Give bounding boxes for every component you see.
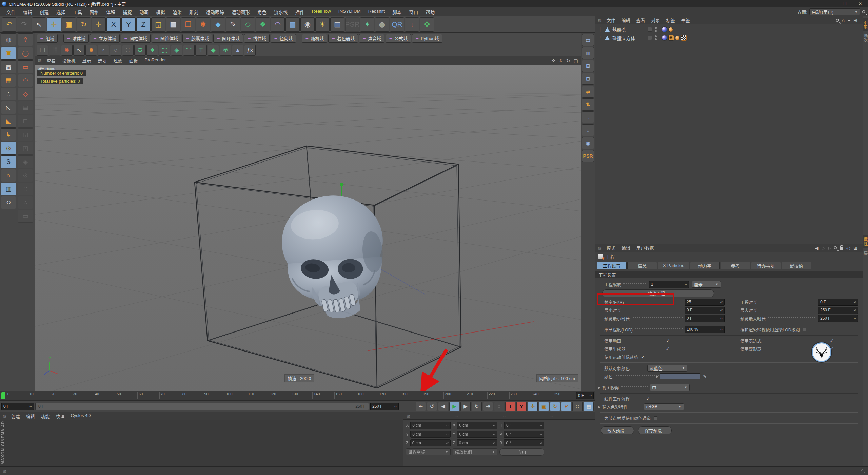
history-forward-icon[interactable]: ▷ <box>822 245 825 251</box>
spinner-icon[interactable]: ▴▾ <box>394 405 397 407</box>
material-list-area[interactable]: MAXON CINEMA 4D <box>0 420 403 466</box>
tool-disabled-5-icon[interactable]: ◈ <box>18 155 33 168</box>
tool-disabled-3-icon[interactable]: ◱ <box>18 128 33 141</box>
live-selection-icon[interactable]: ↖ <box>32 17 46 32</box>
ghost-button[interactable]: ◌ <box>494 402 504 411</box>
xp-select-icon[interactable]: ↖ <box>73 45 85 56</box>
preview-min-field[interactable]: 0 F ▴▾ <box>685 315 725 322</box>
xgroup-horizontal-icon[interactable]: ▥ <box>582 47 594 59</box>
attribute-menu-item[interactable]: 模式 <box>603 245 618 251</box>
load-preset-button[interactable]: 载入预设... <box>601 426 634 434</box>
object-manager-menu-item[interactable]: 书签 <box>678 17 693 23</box>
material-menu-item[interactable]: Cycles 4D <box>67 413 94 419</box>
floor-icon[interactable]: ▤ <box>285 17 300 32</box>
xp-cube-trail-icon[interactable]: ◆ <box>208 45 219 56</box>
menu-item[interactable]: Redshift <box>364 8 389 15</box>
key-scale-button[interactable]: ▣ <box>539 402 549 411</box>
object-manager-menu-item[interactable]: 查看 <box>633 17 648 23</box>
psr-node-icon[interactable]: PSR <box>582 150 594 162</box>
spinner-icon[interactable]: ▴▾ <box>493 424 495 426</box>
subdivision-surface-icon[interactable]: ◇ <box>241 17 255 32</box>
apply-button[interactable]: 应用 <box>499 448 544 456</box>
visibility-dots[interactable] <box>655 35 657 40</box>
position-field[interactable]: 0 cm ▴▾ <box>410 439 451 446</box>
tool-disabled-1-icon[interactable]: ▤ <box>18 101 33 114</box>
menu-item[interactable]: 窗口 <box>405 8 422 15</box>
lock-y-axis-icon[interactable]: Y <box>121 17 136 32</box>
end-frame-field[interactable]: 250 F ▴▾ <box>370 403 399 410</box>
frame-range-slider[interactable]: 0 F 250 F <box>35 403 369 410</box>
expand-triangle-icon[interactable]: ▶ <box>598 405 602 409</box>
menu-item[interactable]: 流水线 <box>270 8 292 15</box>
autokey-button[interactable]: ? <box>516 402 527 411</box>
shader-field-button[interactable]: ▰ 着色器域 <box>328 34 358 43</box>
menu-item[interactable]: 雕刻 <box>185 8 202 15</box>
spinner-icon[interactable]: ▴▾ <box>446 433 449 435</box>
next-key-button[interactable]: ↻ <box>472 402 482 411</box>
object-manager-menu-item[interactable]: 文件 <box>603 17 618 23</box>
flow-down-icon[interactable]: ↓ <box>582 124 594 136</box>
xp-sphere-points-icon[interactable]: ✪ <box>134 45 146 56</box>
use-generators-check[interactable]: ✓ <box>666 346 670 352</box>
spinner-icon[interactable]: ▴▾ <box>854 317 856 319</box>
viewport-menu-item[interactable]: 显示 <box>79 57 94 64</box>
phong-tag-icon[interactable] <box>675 36 680 40</box>
prev-key-button[interactable]: ↺ <box>427 402 437 411</box>
capsule-field-button[interactable]: ▰ 胶囊体域 <box>182 34 212 43</box>
pen-spline-icon[interactable]: ✎ <box>226 17 240 32</box>
menu-item[interactable]: 渲染 <box>169 8 185 15</box>
formula-field-button[interactable]: ▰ 公式域 <box>386 34 411 43</box>
spinner-icon[interactable]: ▴▾ <box>493 442 495 444</box>
magnet-icon[interactable]: ∩ <box>1 169 16 182</box>
spinner-icon[interactable]: ▴▾ <box>29 405 32 407</box>
panel-grip[interactable]: ▨ <box>407 414 451 418</box>
goto-start-button[interactable]: ⇤ <box>416 402 426 411</box>
lock-icon[interactable] <box>840 247 843 250</box>
scale-field[interactable]: 0 cm ▴▾ <box>457 431 497 438</box>
xp-disabled-icon[interactable]: ▒ <box>49 45 60 56</box>
attribute-tab[interactable]: 待办事项 <box>751 262 781 269</box>
am-search-icon[interactable] <box>834 246 837 249</box>
am-add-icon[interactable]: ⊞ <box>853 245 857 251</box>
xp-swirl-icon[interactable]: ✾ <box>220 45 231 56</box>
align-vertical-icon[interactable]: ⇅ <box>582 98 594 111</box>
instance-icon[interactable]: ❖ <box>256 17 270 32</box>
cone-field-button[interactable]: ▰ 圆锥体域 <box>152 34 181 43</box>
render-settings-icon[interactable]: ✱ <box>196 17 210 32</box>
menu-item[interactable]: 动画 <box>136 8 152 15</box>
world-coords-dropdown[interactable]: 世界坐标▼ <box>406 448 451 455</box>
sphere-field-button[interactable]: ▰ 球体域 <box>63 34 89 43</box>
scale-field[interactable]: 0 cm ▴▾ <box>457 439 497 446</box>
attribute-tab[interactable]: 信息 <box>627 262 657 269</box>
lasso-select-icon[interactable]: ◠ <box>18 74 33 87</box>
maximize-button[interactable]: ❐ <box>837 0 852 7</box>
xp-ring-icon[interactable]: ◌ <box>110 45 121 56</box>
live-select-icon[interactable]: ◯ <box>18 47 33 60</box>
convert-icon[interactable]: ◍ <box>1 33 16 46</box>
viewport-menu-item[interactable]: 查看 <box>43 57 59 64</box>
save-preset-button[interactable]: 保存预设... <box>638 426 671 434</box>
material-menu-item[interactable]: 功能 <box>38 413 53 419</box>
cube-field-button[interactable]: ▰ 立方体域 <box>90 34 120 43</box>
dock-tab-attributes[interactable]: 属性 <box>863 235 868 248</box>
dock-tab-takes[interactable]: 场次 <box>863 31 868 45</box>
qr-icon[interactable]: QR <box>390 17 404 32</box>
menu-item[interactable]: 角色 <box>254 8 270 15</box>
panel-grip[interactable]: ▨ <box>598 246 602 250</box>
realflow-import-icon[interactable]: ↓ <box>405 17 419 32</box>
zoom-view-icon[interactable]: ⇕ <box>559 58 563 63</box>
menu-item[interactable]: 编辑 <box>19 8 36 15</box>
xp-cube-points-icon[interactable]: ❖ <box>146 45 158 56</box>
spinner-icon[interactable]: ▴▾ <box>540 433 542 435</box>
radial-field-button[interactable]: ▰ 径向域 <box>271 34 296 43</box>
xp-cube-frag-icon[interactable]: ⬚ <box>159 45 170 56</box>
last-tool-icon[interactable]: ✛ <box>92 17 106 32</box>
om-home-icon[interactable]: ⌂ <box>842 18 845 23</box>
render-lod-checkbox[interactable] <box>803 328 806 331</box>
panel-grip[interactable]: ▨ <box>38 58 42 63</box>
material-menu-item[interactable]: 编辑 <box>23 413 38 419</box>
section-header[interactable]: 工程设置 <box>595 271 863 278</box>
realflow-mesh-icon[interactable]: ✤ <box>420 17 434 32</box>
node-material-checkbox[interactable] <box>654 416 657 420</box>
xp-crystal-icon[interactable]: ◈ <box>171 45 182 56</box>
